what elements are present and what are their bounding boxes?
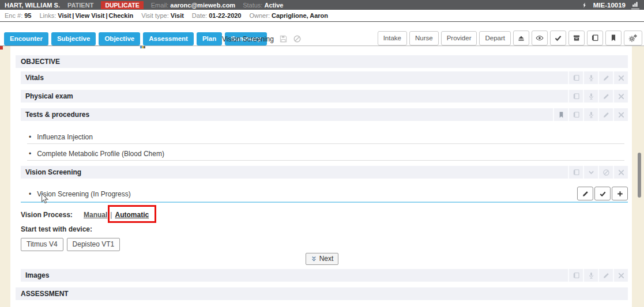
duplicate-badge[interactable]: DUPLICATE bbox=[101, 1, 143, 9]
section-bar-physical-exam[interactable]: Physical exam bbox=[21, 90, 628, 103]
tab-encounter[interactable]: Encounter bbox=[4, 32, 48, 46]
encounter-links: Links: Visit|View Visit|Checkin bbox=[40, 12, 134, 19]
left-margin-strip bbox=[0, 46, 10, 307]
close-icon[interactable] bbox=[613, 269, 628, 282]
intake-button[interactable]: Intake bbox=[378, 31, 407, 46]
current-section-text: Vision Screening bbox=[222, 35, 274, 43]
bookmark-icon[interactable] bbox=[553, 108, 568, 121]
section-bar-vitals[interactable]: Vitals bbox=[21, 71, 628, 84]
titmus-v4-button[interactable]: Titmus V4 bbox=[21, 238, 63, 251]
section-title: Physical exam bbox=[25, 92, 73, 100]
settings-gears-button[interactable] bbox=[624, 31, 642, 46]
eject-button[interactable] bbox=[513, 31, 529, 46]
device-buttons: Titmus V4 Depisteo VT1 bbox=[21, 238, 120, 251]
close-icon[interactable] bbox=[613, 166, 628, 179]
nurse-button[interactable]: Nurse bbox=[409, 31, 439, 46]
patient-role-label: PATIENT bbox=[67, 2, 93, 9]
tab-objective[interactable]: Objective bbox=[99, 32, 140, 46]
microphone-icon[interactable] bbox=[583, 71, 598, 84]
link-visit[interactable]: Visit bbox=[58, 12, 71, 19]
close-icon[interactable] bbox=[613, 108, 628, 121]
vision-screening-item-row[interactable]: • Vision Screening (In Progress) bbox=[21, 187, 628, 203]
book-icon[interactable] bbox=[568, 90, 583, 103]
pencil-icon[interactable] bbox=[598, 269, 613, 282]
chevron-down-icon[interactable] bbox=[583, 166, 598, 179]
provider-button[interactable]: Provider bbox=[441, 31, 477, 46]
section-header-objective[interactable]: OBJECTIVE bbox=[16, 55, 628, 68]
vision-item-label[interactable]: Vision Screening (In Progress) bbox=[37, 190, 131, 198]
eye-button[interactable] bbox=[532, 31, 548, 46]
microphone-icon[interactable] bbox=[583, 90, 598, 103]
vision-item-actions bbox=[577, 187, 628, 202]
section-title: Vitals bbox=[25, 74, 44, 82]
book-icon[interactable] bbox=[568, 71, 583, 84]
depisteo-vt1-button[interactable]: Depisteo VT1 bbox=[67, 238, 120, 251]
close-icon[interactable] bbox=[613, 90, 628, 103]
lightning-icon[interactable] bbox=[582, 2, 587, 9]
check-button[interactable] bbox=[550, 31, 566, 46]
encounter-date: Date: 01-22-2020 bbox=[192, 12, 242, 19]
double-chevron-down-icon bbox=[311, 256, 317, 262]
vertical-scrollbar-thumb[interactable] bbox=[638, 153, 641, 198]
start-test-label: Start test with device: bbox=[21, 225, 92, 233]
section-actions bbox=[568, 166, 628, 179]
section-title: OBJECTIVE bbox=[21, 58, 60, 66]
section-bar-images[interactable]: Images bbox=[21, 269, 628, 282]
tab-assessment[interactable]: Assessment bbox=[143, 32, 194, 46]
patient-id: MIE-10019 bbox=[593, 2, 626, 9]
link-view-visit[interactable]: View Visit bbox=[75, 12, 104, 19]
pencil-icon[interactable] bbox=[598, 90, 613, 103]
book-icon[interactable] bbox=[568, 166, 583, 179]
bookmark-button[interactable] bbox=[605, 31, 622, 46]
tab-subjective[interactable]: Subjective bbox=[51, 32, 96, 46]
tab-plan[interactable]: Plan bbox=[197, 32, 222, 46]
section-title: Vision Screening bbox=[25, 168, 81, 176]
add-plus-button[interactable] bbox=[612, 187, 628, 200]
microphone-icon[interactable] bbox=[583, 108, 598, 121]
section-actions bbox=[568, 90, 628, 103]
edit-pencil-button[interactable] bbox=[577, 187, 593, 200]
left-edge-red-fragment bbox=[0, 46, 3, 50]
next-button[interactable]: Next bbox=[306, 253, 339, 265]
encounter-number: Enc #: 95 bbox=[5, 12, 32, 19]
complete-check-button[interactable] bbox=[594, 187, 611, 200]
book-button[interactable] bbox=[587, 31, 603, 46]
visit-type: Visit type: Visit bbox=[141, 12, 184, 19]
patient-status: Status: Active bbox=[243, 2, 283, 9]
current-section-label: Vision Screening bbox=[222, 35, 302, 43]
section-actions bbox=[568, 71, 628, 84]
archive-button[interactable] bbox=[568, 31, 585, 46]
pencil-icon[interactable] bbox=[598, 108, 613, 121]
section-actions bbox=[553, 108, 628, 121]
section-bar-tests-procedures[interactable]: Tests & procedures bbox=[21, 108, 628, 121]
save-disk-icon[interactable] bbox=[279, 35, 288, 43]
link-checkin[interactable]: Checkin bbox=[108, 12, 133, 19]
patient-header-bar: HART, WILLIAM S. PATIENT DUPLICATE Email… bbox=[0, 0, 644, 10]
section-bar-vision-screening[interactable]: Vision Screening bbox=[21, 166, 628, 179]
cancel-circle-icon[interactable] bbox=[293, 35, 302, 43]
list-item-label: Complete Metabolic Profile (Blood Chem) bbox=[37, 150, 164, 158]
webchart-encounter-screen: HART, WILLIAM S. PATIENT DUPLICATE Email… bbox=[0, 0, 644, 307]
stage-buttons: Intake Nurse Provider Depart bbox=[378, 31, 642, 46]
section-header-assessment[interactable]: ASSESSMENT bbox=[16, 287, 628, 300]
clipped-content-line bbox=[0, 46, 142, 46]
cancel-circle-icon[interactable] bbox=[598, 166, 613, 179]
bar-chart-icon[interactable] bbox=[631, 1, 639, 9]
patient-email: Email: aaronc@mieweb.com bbox=[151, 2, 235, 9]
section-actions bbox=[568, 269, 628, 282]
pencil-icon[interactable] bbox=[598, 71, 613, 84]
encounter-toolbar: Encounter Subjective Objective Assessmen… bbox=[0, 22, 644, 46]
section-title: Tests & procedures bbox=[25, 111, 89, 119]
microphone-icon[interactable] bbox=[583, 269, 598, 282]
test-item-influenza[interactable]: • Influenza Injection bbox=[27, 131, 624, 144]
automatic-link[interactable]: Automatic bbox=[115, 211, 149, 219]
depart-button[interactable]: Depart bbox=[479, 31, 511, 46]
book-icon[interactable] bbox=[568, 269, 583, 282]
manual-link[interactable]: Manual bbox=[84, 211, 107, 219]
vision-process-label: Vision Process: bbox=[21, 211, 84, 219]
list-item-label: Influenza Injection bbox=[37, 133, 93, 141]
book-icon[interactable] bbox=[568, 108, 583, 121]
close-icon[interactable] bbox=[613, 71, 628, 84]
test-item-cmp[interactable]: • Complete Metabolic Profile (Blood Chem… bbox=[27, 147, 624, 161]
clipped-content-artifact bbox=[140, 46, 145, 48]
